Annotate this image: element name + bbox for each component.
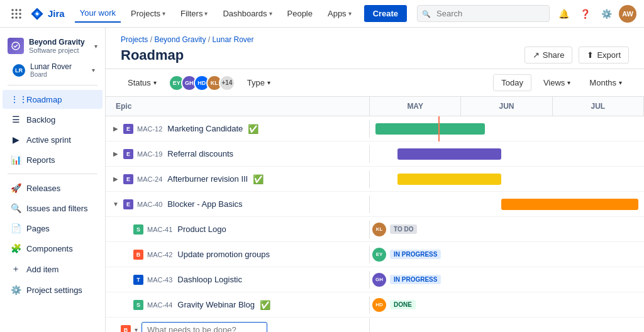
nav-your-work[interactable]: Your work (75, 4, 121, 23)
epic-cell-mac12: ▶ E MAC-12 Marketing Candidate ✅ (106, 120, 370, 138)
nav-people[interactable]: People (282, 5, 318, 22)
expand-icon[interactable]: ▼ (111, 199, 121, 209)
breadcrumb-projects[interactable]: Projects (121, 35, 148, 44)
nav-projects[interactable]: Projects ▾ (126, 5, 170, 22)
sub-project-info: Lunar Rover Board (30, 62, 72, 78)
timeline-cell-mac19 (370, 141, 644, 167)
sidebar-sub-project[interactable]: LR Lunar Rover Board ▾ (3, 59, 103, 81)
gantt-bar[interactable] (375, 123, 485, 135)
new-item-input[interactable] (142, 322, 267, 332)
sidebar-item-issues[interactable]: 🔍 Issues and filters (3, 199, 103, 218)
sidebar-project[interactable]: Beyond Gravity Software project ▾ (0, 33, 105, 59)
user-avatar[interactable]: AW (619, 5, 636, 23)
sidebar-divider-2 (8, 174, 97, 174)
create-button[interactable]: Create (364, 5, 407, 22)
timeline-cell-mac41: KL TO DO (370, 217, 644, 242)
status-badge: TO DO (390, 224, 417, 234)
sidebar-item-roadmap[interactable]: ⋮⋮ Roadmap (3, 90, 103, 109)
done-check-icon: ✅ (260, 300, 270, 310)
task-icon: T (133, 275, 143, 285)
table-row: ▶ B MAC-42 Update promotion groups EY IN… (106, 242, 644, 267)
sidebar: Beyond Gravity Software project ▾ LR Lun… (0, 28, 106, 332)
expand-icon[interactable]: ▶ (111, 149, 121, 159)
table-row: ▶ S MAC-41 Product Logo KL TO DO (106, 217, 644, 242)
status-badge: IN PROGRESS (390, 275, 441, 284)
dropdown-chevron[interactable]: ▾ (135, 326, 138, 332)
roadmap-area: Epic MAY JUN JUL ▶ E MAC-12 Marketing Ca… (106, 97, 644, 332)
backlog-icon: ☰ (10, 114, 21, 124)
chevron-down-icon: ▾ (94, 43, 97, 50)
nav-apps[interactable]: Apps ▾ (323, 5, 357, 22)
status-avatar: KL (372, 223, 386, 236)
help-icon[interactable]: ❓ (576, 5, 594, 23)
done-check-icon: ✅ (248, 124, 258, 134)
chevron-down-icon: ▾ (619, 79, 622, 86)
issues-icon: 🔍 (10, 203, 21, 213)
sub-project-icon: LR (13, 64, 25, 77)
gantt-bar[interactable] (397, 148, 502, 160)
epic-cell-mac44: ▶ S MAC-44 Gravity Webinar Blog ✅ (106, 296, 370, 314)
settings-icon[interactable]: ⚙️ (597, 5, 615, 23)
nav-icons: 🔔 ❓ ⚙️ AW (555, 5, 636, 23)
share-button[interactable]: ↗ Share (525, 47, 573, 64)
epic-icon: E (123, 174, 133, 184)
sidebar-item-reports[interactable]: 📊 Reports (3, 150, 103, 169)
releases-icon: 🚀 (10, 183, 21, 193)
export-button[interactable]: ⬆ Export (579, 47, 629, 64)
table-row: ▶ E MAC-24 Afterburner revision III ✅ (106, 167, 644, 192)
sidebar-item-active-sprint[interactable]: ▶ Active sprint (3, 130, 103, 149)
avatar-stack: EY GH HD KL +14 (169, 75, 235, 91)
gantt-bar[interactable] (397, 174, 502, 185)
status-cell: EY IN PROGRESS (372, 248, 441, 262)
story-icon: S (133, 224, 143, 235)
new-item-icon: B (121, 325, 131, 333)
roadmap-icon: ⋮⋮ (10, 94, 21, 104)
months-button[interactable]: Months ▾ (582, 75, 629, 91)
today-button[interactable]: Today (493, 74, 531, 91)
add-icon: ＋ (10, 263, 21, 275)
sidebar-item-releases[interactable]: 🚀 Releases (3, 179, 103, 197)
status-avatar: GH (372, 273, 386, 287)
status-badge: DONE (390, 300, 416, 309)
sidebar-item-add-item[interactable]: ＋ Add item (3, 259, 103, 279)
epic-cell-mac41: ▶ S MAC-41 Product Logo (106, 221, 370, 238)
sidebar-item-components[interactable]: 🧩 Components (3, 239, 103, 258)
page-title-row: Roadmap ↗ Share ⬆ Export (121, 47, 629, 64)
pages-icon: 📄 (10, 223, 21, 233)
status-badge: IN PROGRESS (390, 250, 441, 259)
sidebar-item-backlog[interactable]: ☰ Backlog (3, 110, 103, 129)
breadcrumb-beyond-gravity[interactable]: Beyond Gravity (154, 35, 206, 44)
svg-rect-5 (19, 13, 21, 14)
avatar-count[interactable]: +14 (219, 75, 235, 91)
roadmap-body: ▶ E MAC-12 Marketing Candidate ✅ ▶ (106, 116, 644, 332)
share-icon: ↗ (533, 50, 540, 60)
status-cell: KL TO DO (372, 223, 417, 236)
components-icon: 🧩 (10, 243, 21, 253)
app-switcher-icon[interactable] (8, 5, 25, 23)
nav-dashboards[interactable]: Dashboards ▾ (218, 5, 277, 22)
timeline-cell-mac42: EY IN PROGRESS (370, 242, 644, 267)
month-jun: JUN (461, 97, 552, 116)
nav-filters[interactable]: Filters ▾ (175, 5, 213, 22)
svg-rect-8 (19, 16, 21, 18)
timeline-cell-mac12 (370, 116, 644, 141)
notifications-icon[interactable]: 🔔 (555, 5, 572, 23)
epic-cell-mac43: ▶ T MAC-43 Dashloop Logistic (106, 271, 370, 289)
table-row: ▶ T MAC-43 Dashloop Logistic GH IN PROGR… (106, 267, 644, 292)
views-button[interactable]: Views ▾ (536, 75, 577, 91)
chevron-down-icon: ▾ (204, 10, 208, 17)
epic-icon: E (123, 149, 133, 159)
expand-icon[interactable]: ▶ (111, 174, 121, 184)
breadcrumb-lunar-rover[interactable]: Lunar Rover (212, 35, 253, 44)
sidebar-item-pages[interactable]: 📄 Pages (3, 219, 103, 238)
jira-logo[interactable]: Jira (30, 7, 65, 21)
chevron-down-icon: ▾ (92, 67, 95, 74)
sidebar-item-project-settings[interactable]: ⚙️ Project settings (3, 280, 103, 299)
gantt-bar[interactable] (501, 199, 638, 210)
timeline-cell-new (370, 318, 644, 333)
status-filter[interactable]: Status ▾ (121, 75, 164, 91)
type-filter[interactable]: Type ▾ (240, 75, 277, 91)
expand-icon[interactable]: ▶ (111, 124, 121, 134)
search-input[interactable] (417, 5, 550, 22)
new-item-row: B ▾ (106, 318, 644, 332)
